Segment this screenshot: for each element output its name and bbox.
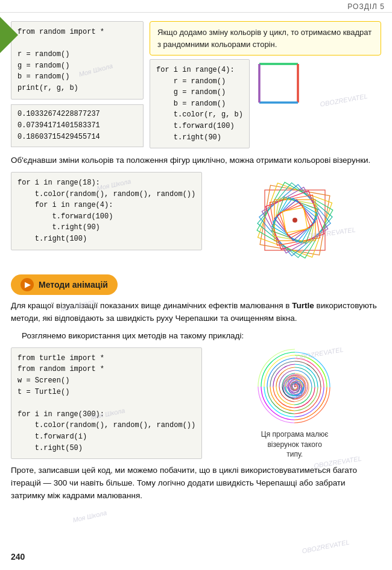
- section-header-animation: ▶ Методи анімацій: [11, 274, 118, 295]
- spiral-col: Ця програма малює візерунок такого типу.: [208, 347, 381, 460]
- bottom-section: from turtle import * from random import …: [11, 347, 381, 460]
- pattern-image-col: [208, 172, 381, 268]
- code-block-random-import: from random import * r = random() g = ra…: [11, 21, 144, 100]
- svg-point-23: [292, 218, 297, 223]
- body-text-animation-2: Розглянемо використання цих методів на т…: [11, 330, 381, 343]
- chapter-title: РОЗДІЛ 5: [347, 2, 385, 11]
- colored-square-image: [254, 59, 303, 107]
- turtle-keyword: Turtle: [292, 301, 314, 310]
- watermark-10: OBOZREVATEL: [302, 538, 350, 554]
- rotating-squares-svg: [247, 172, 343, 268]
- left-column: from random import * r = random() g = ra…: [11, 21, 144, 148]
- page-header: РОЗДІЛ 5: [0, 0, 392, 13]
- svg-rect-0: [259, 64, 298, 103]
- section-header-icon: ▶: [21, 278, 34, 291]
- spiral-caption-text: Ця програма малює візерунок такого типу.: [259, 429, 331, 460]
- middle-section: for i in range(18): t.color(random(), ra…: [11, 172, 381, 268]
- callout-box-random-colors: Якщо додамо зміну кольорів у цикл, то от…: [150, 21, 381, 55]
- callout-text: Якщо додамо зміну кольорів у цикл, то от…: [157, 28, 371, 49]
- body-text-patterns: Об'єднавши зміни кольорів та положення ф…: [11, 154, 381, 167]
- code-block-pattern-loop: for i in range(18): t.color(random(), ra…: [11, 172, 202, 250]
- top-section: from random import * r = random() g = ra…: [11, 21, 381, 148]
- body-text-bottom: Проте, записавши цей код, ми можемо поба…: [11, 464, 381, 502]
- main-content: from random import * r = random() g = ra…: [0, 13, 392, 515]
- right-column: Якщо додамо зміну кольорів у цикл, то от…: [150, 21, 381, 148]
- page-number: 240: [11, 552, 25, 562]
- output-block-random-values: 0.10332674228877237 0.07394171401583371 …: [11, 104, 144, 148]
- code-block-spiral: from turtle import * from random import …: [11, 347, 202, 459]
- section-header-label: Методи анімацій: [39, 280, 108, 290]
- body-text-animation-1: Для кращої візуалізації показаних вище д…: [11, 300, 381, 325]
- code-block-random-color-loop: for i in range(4): r = random() g = rand…: [150, 59, 250, 148]
- middle-code-col: for i in range(18): t.color(random(), ra…: [11, 172, 202, 268]
- bottom-code-col: from turtle import * from random import …: [11, 347, 202, 460]
- spiral-svg: [256, 347, 334, 426]
